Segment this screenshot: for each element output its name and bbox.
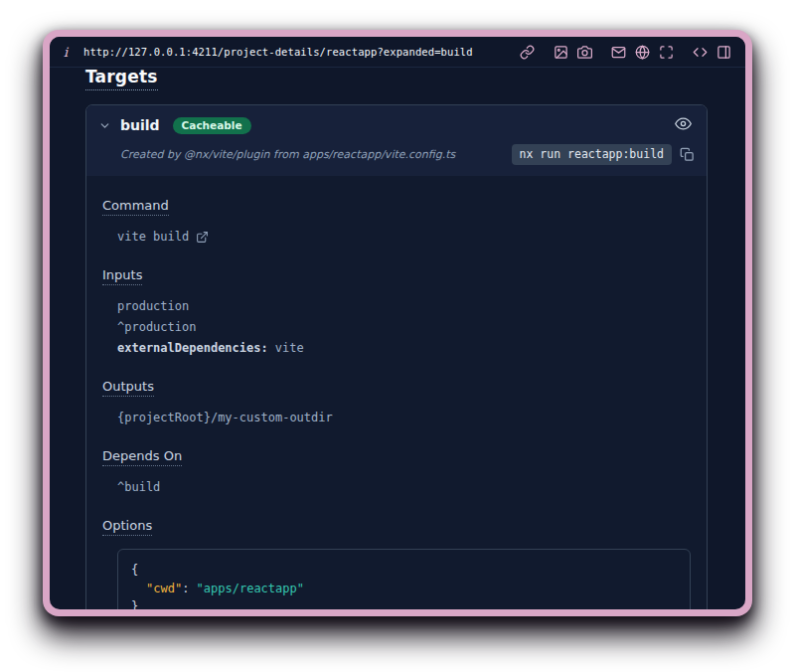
depends-on-item: ^build	[102, 477, 691, 498]
globe-icon[interactable]	[635, 45, 650, 60]
link-icon[interactable]	[520, 45, 535, 60]
target-card-build: build Cacheable Created by @nx/vite/plug…	[85, 104, 708, 609]
run-command-chip: nx run reactapp:build	[512, 144, 672, 165]
cacheable-badge: Cacheable	[173, 117, 251, 134]
build-card-body: Command vite build Inputs production ^pr…	[86, 176, 707, 609]
json-string-value: "apps/reactapp"	[197, 582, 304, 595]
fullscreen-icon[interactable]	[659, 45, 674, 60]
input-item: production	[102, 296, 691, 317]
section-options-label[interactable]: Options	[102, 518, 152, 536]
build-card-header: build Cacheable Created by @nx/vite/plug…	[86, 105, 707, 176]
eye-icon[interactable]	[675, 115, 695, 135]
target-name-build: build	[120, 117, 160, 133]
input-item: ^production	[102, 317, 691, 338]
code-icon[interactable]	[693, 45, 708, 60]
options-json-block: { "cwd": "apps/reactapp" }	[117, 549, 691, 609]
browser-window-frame: i http://127.0.0.1:4211/project-details/…	[43, 30, 752, 616]
layout-sidebar-icon[interactable]	[716, 45, 731, 60]
json-key: "cwd"	[146, 582, 182, 595]
info-icon[interactable]: i	[64, 45, 80, 60]
screenshot-icon[interactable]	[554, 45, 568, 60]
output-item: {projectRoot}/my-custom-outdir	[102, 408, 691, 428]
camera-icon[interactable]	[577, 45, 592, 60]
section-outputs-label[interactable]: Outputs	[102, 379, 154, 397]
browser-window: i http://127.0.0.1:4211/project-details/…	[50, 37, 745, 609]
section-inputs-label[interactable]: Inputs	[102, 267, 142, 285]
command-value: vite build	[117, 227, 189, 248]
copy-icon[interactable]	[680, 147, 695, 162]
toolbar-icon-area	[520, 45, 731, 60]
created-by-text: Created by @nx/vite/plugin from apps/rea…	[98, 148, 455, 161]
page-title[interactable]: Targets	[85, 68, 158, 90]
address-bar[interactable]: http://127.0.0.1:4211/project-details/re…	[83, 46, 520, 58]
input-external-deps: externalDependencies:vite	[102, 338, 691, 359]
mail-icon[interactable]	[611, 45, 626, 60]
section-command-label[interactable]: Command	[102, 198, 169, 216]
browser-toolbar: i http://127.0.0.1:4211/project-details/…	[50, 37, 745, 68]
chevron-down-icon[interactable]	[98, 119, 111, 132]
section-depends-on-label[interactable]: Depends On	[102, 448, 182, 466]
page-content: Targets build Cacheable	[50, 68, 745, 609]
external-link-icon[interactable]	[196, 231, 209, 244]
